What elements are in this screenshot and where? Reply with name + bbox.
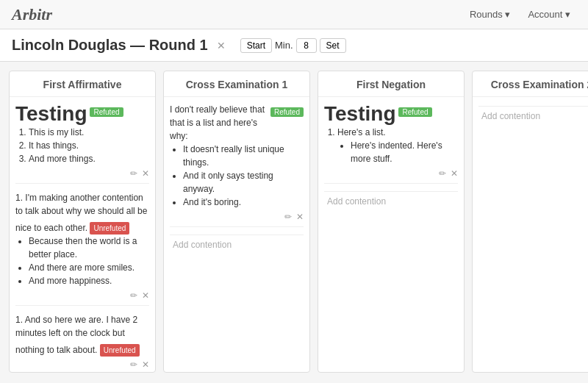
contention-actions: ✏✕: [170, 212, 304, 222]
list-item: Because then the world is a better place…: [29, 235, 149, 261]
column-cross-examination-2: Cross Examination 2Add contention: [472, 71, 588, 373]
header-controls: Start Min. Set: [240, 38, 346, 53]
contention-badge: Unrefuted: [90, 222, 129, 235]
edit-icon[interactable]: ✏: [130, 359, 137, 370]
rounds-menu[interactable]: Rounds ▾: [464, 6, 516, 23]
list-item: It doesn't really list unique things.: [183, 143, 304, 169]
contention-list: This is my list.It has things.And more t…: [15, 126, 149, 165]
column-body-cross-examination-1: I don't really believe that that is a li…: [164, 97, 309, 372]
contention-badge: Unrefuted: [100, 344, 140, 357]
contention-title-text: Testing: [324, 103, 395, 126]
min-input[interactable]: [296, 38, 317, 53]
page-header: Lincoln Douglas — Round 1 ✕ Start Min. S…: [0, 29, 588, 62]
edit-icon[interactable]: ✏: [130, 168, 137, 179]
column-first-affirmative: First AffirmativeTestingRefutedThis is m…: [9, 71, 156, 373]
page-title: Lincoln Douglas — Round 1: [12, 37, 208, 54]
list-item: It has things.: [29, 139, 149, 152]
column-header-cross-examination-1: Cross Examination 1: [164, 71, 309, 97]
contention-0: TestingRefutedHere's a list.Here's inden…: [324, 103, 458, 184]
list-item: And more things.: [29, 152, 149, 165]
delete-icon[interactable]: ✕: [142, 168, 149, 179]
contention-badge: Refuted: [270, 107, 304, 117]
column-body-cross-examination-2: Add contention: [473, 97, 588, 372]
column-header-first-negation: First Negation: [318, 71, 464, 97]
contention-actions: ✏✕: [324, 168, 458, 179]
contention-badge: Refuted: [398, 107, 431, 117]
brand-logo: Arbitr: [12, 5, 52, 24]
contention-number: 1.: [15, 315, 25, 325]
contention-actions: ✏✕: [15, 359, 149, 370]
column-header-first-affirmative: First Affirmative: [10, 71, 155, 97]
list-item: And there are more smiles.: [29, 261, 149, 274]
delete-icon[interactable]: ✕: [451, 168, 458, 179]
delete-icon[interactable]: ✕: [296, 212, 304, 222]
edit-icon[interactable]: ✏: [284, 212, 292, 222]
column-first-negation: First NegationTestingRefutedHere's a lis…: [318, 71, 465, 373]
navbar-right: Rounds ▾ Account ▾: [464, 6, 576, 23]
add-contention-cross-examination-1[interactable]: Add contention: [170, 235, 304, 254]
delete-icon[interactable]: ✕: [142, 290, 149, 301]
column-body-first-affirmative: TestingRefutedThis is my list.It has thi…: [10, 97, 155, 372]
list-item: Here's indented. Here's more stuff.: [351, 139, 458, 165]
set-button[interactable]: Set: [320, 38, 346, 53]
account-menu[interactable]: Account ▾: [522, 6, 576, 23]
list-item: Here's a list.Here's indented. Here's mo…: [337, 126, 458, 165]
start-button[interactable]: Start: [240, 38, 272, 53]
column-body-first-negation: TestingRefutedHere's a list.Here's inden…: [318, 97, 464, 372]
list-item: This is my list.: [29, 126, 149, 139]
min-label: Min.: [275, 40, 293, 51]
contention-0: I don't really believe that that is a li…: [170, 103, 304, 227]
column-cross-examination-1: Cross Examination 1I don't really believ…: [163, 71, 310, 373]
contention-number: 1.: [15, 193, 25, 203]
list-item: And it only says testing anyway.: [183, 169, 304, 196]
add-contention-cross-examination-2[interactable]: Add contention: [478, 106, 588, 126]
close-round-icon[interactable]: ✕: [217, 40, 226, 51]
main-content: First AffirmativeTestingRefutedThis is m…: [0, 62, 588, 382]
navbar: Arbitr Rounds ▾ Account ▾: [0, 0, 588, 29]
contention-text: I don't really believe that that is a li…: [170, 103, 268, 143]
contention-badge: Refuted: [90, 107, 123, 117]
contention-list: Here's a list.Here's indented. Here's mo…: [324, 126, 458, 165]
edit-icon[interactable]: ✏: [439, 168, 446, 179]
column-header-cross-examination-2: Cross Examination 2: [473, 71, 588, 97]
contention-2: 1. And so here we are. I have 2 minutes …: [15, 313, 149, 372]
contention-1: 1. I'm making another contention to talk…: [15, 191, 149, 306]
contention-title-text: Testing: [15, 103, 87, 126]
delete-icon[interactable]: ✕: [142, 359, 149, 370]
edit-icon[interactable]: ✏: [130, 290, 137, 301]
list-item: And it's boring.: [183, 196, 304, 209]
contention-0: TestingRefutedThis is my list.It has thi…: [15, 103, 149, 184]
contention-actions: ✏✕: [15, 168, 149, 179]
contention-title-row: TestingRefuted: [15, 103, 149, 126]
contention-actions: ✏✕: [15, 290, 149, 301]
contention-title-row: TestingRefuted: [324, 103, 458, 126]
list-item: And more happiness.: [29, 274, 149, 287]
add-contention-first-negation[interactable]: Add contention: [324, 191, 458, 211]
contention-list: It doesn't really list unique things.And…: [170, 143, 304, 209]
contention-list: Because then the world is a better place…: [15, 235, 149, 287]
